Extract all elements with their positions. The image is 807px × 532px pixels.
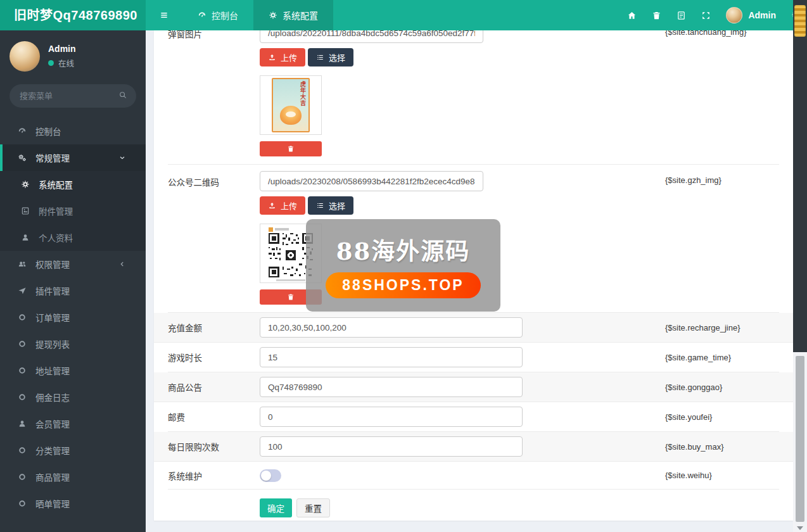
profile-status: 在线 [48,57,76,69]
sidebar-item-label: 常规管理 [35,151,70,164]
profile-name: Admin [48,44,76,54]
scrollbar-thumb[interactable] [796,356,804,522]
upload-icon [268,201,276,210]
qr-caption-line [276,279,305,281]
upload-icon [268,53,276,61]
trash-icon[interactable] [652,11,661,20]
select-button[interactable]: 选择 [308,48,353,66]
qr-avatar [269,227,273,232]
brand-title: 旧时梦Qq748769890 [0,0,146,30]
header-user-name: Admin [748,10,776,20]
template-variable: {$site.buy_max} [665,442,779,452]
field-label: 充值金额 [168,321,260,334]
select-button-label: 选择 [329,51,345,63]
chevron-left-icon [117,260,127,268]
home-icon[interactable] [627,11,637,20]
upload-button-label: 上传 [281,51,297,63]
field-label: 邮费 [168,410,260,423]
hamburger-icon [160,11,168,20]
sidebar-item-7[interactable]: 订单管理 [0,304,146,331]
nav-label: 系统配置 [283,9,318,22]
avatar [726,7,742,23]
sidebar-item-10[interactable]: 佣金日志 [0,384,146,410]
form-row-4: 商品公告{$site.gonggao} [154,372,793,402]
delete-image-button[interactable] [260,141,322,156]
sidebar-item-12[interactable]: 分类管理 [0,437,146,464]
online-dot-icon [48,60,54,66]
submit-button[interactable]: 确定 [260,498,292,517]
tiger-art [280,106,302,125]
sidebar-item-3[interactable]: 附件管理 [0,198,146,224]
watermark-overlay: 88海外源码 88SHOPS.TOP [306,219,500,312]
upload-actions: 上传选择 [260,196,665,215]
gauge-icon [16,127,27,136]
sidebar-item-label: 个人资料 [39,231,73,244]
field-label: 系统维护 [168,469,260,482]
text-input[interactable] [260,436,523,457]
sidebar-item-11[interactable]: 会员管理 [0,410,146,437]
user-icon [16,419,27,428]
sidebar-profile: Admin 在线 [0,30,146,80]
sidebar-item-label: 分类管理 [35,444,70,457]
sidebar-collapse-button[interactable] [146,0,182,30]
image-preview[interactable]: 虎年大吉 [260,75,322,135]
fullscreen-icon[interactable] [701,11,711,20]
template-variable: {$site.gzh_img} [665,171,779,185]
scrollbar-thumb-top[interactable] [794,5,806,37]
search-input[interactable] [10,84,136,108]
gauge-icon [198,11,207,20]
toggle-knob [261,471,271,481]
template-variable: {$site.tanchuang_img} [665,30,779,37]
list-icon [316,53,324,61]
upload-button-label: 上传 [281,200,297,212]
upload-button[interactable]: 上传 [260,196,305,215]
sidebar-item-2[interactable]: 系统配置 [0,171,146,198]
text-input[interactable] [260,377,523,397]
field-label: 弹窗图片 [168,30,260,40]
sidebar-item-0[interactable]: 控制台 [0,118,146,144]
select-button[interactable]: 选择 [308,196,353,215]
template-variable: {$site.weihu} [665,471,779,480]
upload-path-input[interactable] [260,30,483,43]
sidebar-item-label: 附件管理 [39,205,73,217]
maintenance-toggle[interactable] [260,469,281,482]
sidebar-item-14[interactable]: 晒单管理 [0,490,146,517]
sidebar-item-8[interactable]: 提现列表 [0,331,146,357]
qr-name-line [275,228,289,231]
sidebar-item-1[interactable]: 常规管理 [0,144,146,171]
sidebar-item-6[interactable]: 插件管理 [0,277,146,304]
template-variable: {$site.game_time} [665,353,779,362]
sidebar-menu: 控制台常规管理系统配置附件管理个人资料权限管理插件管理订单管理提现列表地址管理佣… [0,118,146,517]
page-scrollbar[interactable] [793,0,807,532]
sidebar-item-label: 商品管理 [35,471,70,483]
text-input[interactable] [260,317,523,338]
sidebar-item-13[interactable]: 商品管理 [0,464,146,490]
form-row-2: 充值金额{$site.recharge_jine} [154,313,793,343]
top-nav-item-1[interactable]: 系统配置 [253,0,333,30]
avatar[interactable] [10,41,40,72]
sidebar-item-label: 控制台 [35,125,61,137]
sidebar-item-4[interactable]: 个人资料 [0,224,146,251]
circle-icon [16,499,27,508]
search-icon[interactable] [118,91,127,99]
scrollbar-down-arrow-icon[interactable] [797,526,803,530]
upload-button[interactable]: 上传 [260,48,305,66]
field-control [260,317,665,338]
send-icon [16,286,27,295]
nav-label: 控制台 [212,9,238,22]
sidebar-item-5[interactable]: 权限管理 [0,251,146,277]
text-input[interactable] [260,347,523,367]
top-nav-item-0[interactable]: 控制台 [182,0,253,30]
text-input[interactable] [260,407,523,427]
trash-icon [287,293,295,301]
form-row-3: 游戏时长{$site.game_time} [168,343,779,372]
header-user[interactable]: Admin [726,7,776,23]
reset-button[interactable]: 重置 [296,498,330,517]
field-control: 上传选择虎年大吉 [260,30,665,156]
field-label: 每日限购次数 [168,440,260,453]
sidebar-item-label: 会员管理 [35,417,70,430]
sidebar-item-9[interactable]: 地址管理 [0,357,146,384]
top-header: 旧时梦Qq748769890 控制台系统配置 Admin [0,0,807,30]
log-icon[interactable] [677,11,686,20]
upload-path-input[interactable] [260,171,483,191]
